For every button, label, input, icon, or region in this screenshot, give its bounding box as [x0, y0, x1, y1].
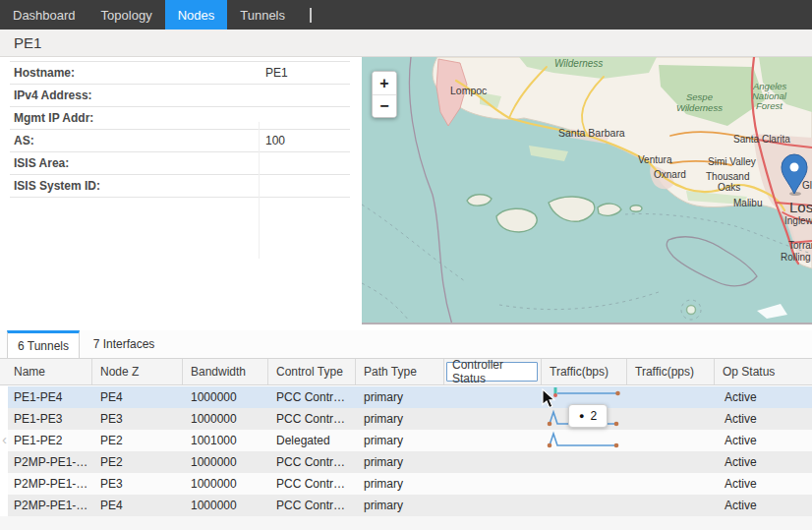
zoom-out-button[interactable]: − [373, 94, 396, 117]
tunnels-table-header: Name Node Z Bandwidth Control Type Path … [0, 358, 812, 385]
label-inglewood: Inglewo [784, 215, 812, 226]
cell-controller-status [444, 430, 542, 451]
cell-controller-status [444, 386, 542, 408]
detail-label: Hostname: [14, 66, 75, 80]
sparkline-tooltip: ● 2 [568, 404, 608, 428]
controller-status-focus-box[interactable]: Controller Status [446, 362, 538, 382]
cell-traffic-pps [627, 386, 715, 408]
footer-strip [0, 516, 812, 530]
cell-op-status: Active [715, 451, 812, 473]
label-rolling-hills: Rolling [781, 252, 811, 263]
cell-controller-status [444, 495, 542, 516]
detail-value: 100 [265, 134, 285, 147]
detail-label: ISIS Area: [14, 156, 69, 170]
detail-label: IPv4 Address: [14, 88, 92, 102]
col-header-traffic-bps[interactable]: Traffic(bps) [542, 359, 627, 384]
tooltip-dot-icon: ● [579, 411, 584, 421]
cell-control-type: PCC Contr… [268, 408, 356, 430]
cell-path-type: primary [356, 386, 444, 408]
nav-item-dashboard[interactable]: Dashboard [0, 0, 88, 29]
label-sespe-1: Sespe [686, 91, 713, 102]
cell-control-type: PCC Contr… [268, 473, 356, 495]
cell-traffic-pps [627, 495, 715, 516]
cell-path-type: primary [356, 408, 444, 430]
cell-name: P2MP-PE1-… [8, 473, 92, 495]
cell-controller-status [444, 408, 542, 430]
table-row[interactable]: PE1-PE4 PE4 1000000 PCC Contr… primary A… [8, 386, 812, 408]
cell-bandwidth: 1001000 [183, 430, 268, 451]
cell-node-z: PE3 [92, 473, 183, 495]
cell-op-status: Active [715, 386, 812, 408]
cell-node-z: PE2 [92, 430, 183, 451]
tab-interfaces[interactable]: 7 Interfaces [80, 330, 168, 358]
cell-op-status: Active [715, 473, 812, 495]
cell-controller-status [444, 451, 542, 473]
cell-traffic-bps [542, 495, 627, 516]
cell-controller-status [444, 473, 542, 495]
label-lompoc: Lompoc [450, 85, 487, 96]
zoom-in-button[interactable]: + [373, 72, 396, 94]
label-anf-3: Forest [756, 100, 783, 111]
mouse-cursor-icon [542, 388, 556, 409]
cell-traffic-bps [542, 430, 627, 451]
tab-tunnels[interactable]: 6 Tunnels [7, 330, 80, 358]
detail-row-mgmt-ip: Mgmt IP Addr: [10, 107, 350, 130]
col-header-traffic-pps[interactable]: Traffic(pps) [627, 359, 715, 384]
cell-path-type: primary [356, 495, 444, 516]
panel-collapse-handle[interactable]: ‹ [0, 421, 9, 456]
col-header-bandwidth[interactable]: Bandwidth [183, 359, 268, 384]
cell-traffic-pps [627, 473, 715, 495]
nav-item-tunnels[interactable]: Tunnels [227, 0, 298, 29]
cell-traffic-pps [627, 430, 715, 451]
node-details-panel: Hostname: PE1 IPv4 Address: Mgmt IP Addr… [0, 57, 352, 324]
table-row[interactable]: PE1-PE3 PE3 1000000 PCC Contr… primary A… [8, 408, 812, 430]
cell-op-status: Active [715, 408, 812, 430]
cell-path-type: primary [356, 451, 444, 473]
detail-row-isis-area: ISIS Area: [10, 152, 350, 175]
nav-item-nodes[interactable]: Nodes [165, 0, 228, 29]
label-oaks: Oaks [718, 182, 740, 193]
table-row[interactable]: P2MP-PE1-… PE4 1000000 PCC Contr… primar… [8, 495, 812, 516]
nav-separator [310, 8, 312, 23]
cell-bandwidth: 1000000 [183, 495, 268, 516]
map-panel[interactable]: Wilderness Lompoc Santa Barbara Ventura … [362, 57, 812, 324]
cell-traffic-pps [627, 451, 715, 473]
label-malibu: Malibu [733, 198, 762, 208]
col-header-control-type[interactable]: Control Type [268, 359, 356, 384]
cell-traffic-pps [627, 408, 715, 430]
label-glendale: Gl [802, 180, 812, 191]
cell-name: PE1-PE4 [8, 386, 92, 408]
traffic-sparkline[interactable] [547, 431, 625, 450]
nav-item-topology[interactable]: Topology [88, 0, 165, 29]
label-thousand: Thousand [706, 171, 749, 182]
table-row[interactable]: P2MP-PE1-… PE3 1000000 PCC Contr… primar… [8, 473, 812, 495]
cell-bandwidth: 1000000 [183, 408, 268, 430]
table-row[interactable]: P2MP-PE1-… PE2 1000000 PCC Contr… primar… [8, 451, 812, 473]
col-header-op-status[interactable]: Op Status [715, 359, 812, 384]
cell-control-type: PCC Contr… [268, 451, 356, 473]
detail-value: PE1 [265, 66, 288, 80]
cell-traffic-bps [542, 451, 627, 473]
map-canvas[interactable]: Wilderness Lompoc Santa Barbara Ventura … [362, 57, 812, 324]
label-santa-clarita: Santa Clarita [733, 134, 790, 145]
cell-node-z: PE4 [92, 495, 183, 516]
col-header-node-z[interactable]: Node Z [92, 359, 183, 384]
detail-label: Mgmt IP Addr: [14, 111, 93, 125]
col-header-controller-status[interactable]: Controller Status [444, 359, 542, 384]
col-header-name[interactable]: Name [0, 359, 92, 384]
label-oxnard: Oxnard [654, 169, 686, 180]
cell-control-type: PCC Contr… [268, 495, 356, 516]
cell-path-type: primary [356, 473, 444, 495]
table-row[interactable]: PE1-PE2 PE2 1001000 Delegated primary Ac… [8, 430, 812, 451]
cell-name: P2MP-PE1-… [8, 495, 92, 516]
col-header-path-type[interactable]: Path Type [356, 359, 444, 384]
cell-control-type: Delegated [268, 430, 356, 451]
page-title: PE1 [14, 34, 41, 51]
cell-name: P2MP-PE1-… [8, 451, 92, 473]
tooltip-value: 2 [590, 409, 597, 423]
detail-row-ipv4: IPv4 Address: [10, 85, 350, 107]
cell-bandwidth: 1000000 [183, 451, 268, 473]
cell-node-z: PE2 [92, 451, 183, 473]
bottom-tabs: 6 Tunnels 7 Interfaces [0, 330, 812, 358]
detail-label: AS: [14, 134, 34, 147]
